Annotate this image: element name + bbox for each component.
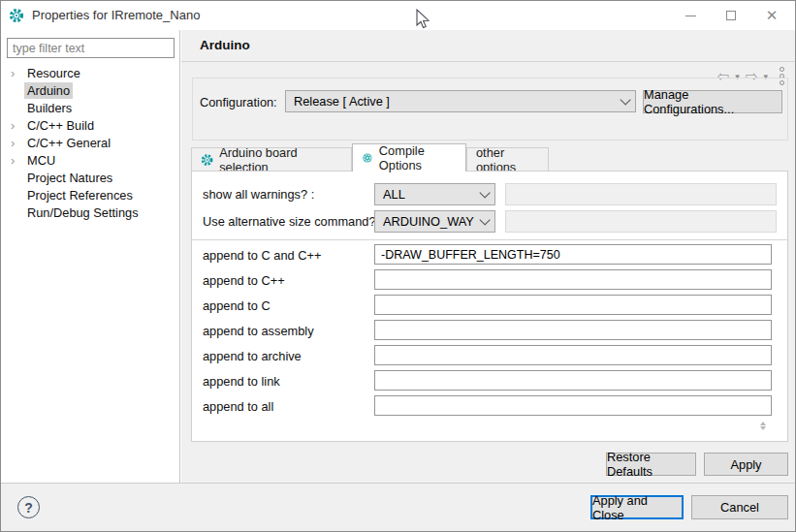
manage-configurations-button[interactable]: Manage Configurations... (643, 90, 782, 113)
chevron-down-icon (479, 214, 490, 225)
alternative-size-command-select[interactable]: ARDUINO_WAY (374, 210, 495, 233)
chevron-down-icon (479, 187, 490, 198)
sidebar-item-run-debug-settings[interactable]: › Run/Debug Settings (2, 204, 180, 222)
window-title: Properties for IRremote_Nano (32, 1, 200, 30)
gear-icon (201, 153, 213, 167)
append-c-and-cpp-field-wrap (374, 244, 772, 265)
maximize-icon (726, 11, 736, 20)
filter-input[interactable] (7, 38, 175, 58)
append-cpp-label: append to C++ (203, 273, 285, 288)
minimize-icon (685, 16, 696, 16)
sidebar-item-builders[interactable]: › Builders (2, 100, 180, 117)
close-icon: ✕ (766, 7, 779, 24)
append-archive-input[interactable] (374, 345, 772, 365)
tab-other-options[interactable]: other options (466, 147, 549, 172)
properties-dialog: Properties for IRremote_Nano ✕ › Resourc… (0, 0, 796, 532)
title-bar: Properties for IRremote_Nano ✕ (1, 1, 796, 30)
append-archive-field-wrap (374, 345, 772, 365)
append-all-input[interactable] (374, 395, 772, 416)
append-link-label: append to link (203, 374, 280, 389)
append-all-label: append to all (203, 399, 273, 414)
chevron-right-icon[interactable]: › (11, 117, 22, 135)
append-assembly-field-wrap (374, 320, 772, 340)
spinner-icon[interactable] (757, 416, 769, 435)
append-archive-label: append to archive (203, 349, 302, 363)
append-cpp-input[interactable] (374, 269, 772, 290)
page-title: Arduino (200, 38, 250, 52)
append-assembly-input[interactable] (374, 320, 772, 340)
append-link-input[interactable] (374, 370, 772, 391)
show-all-warnings-select[interactable]: ALL (374, 183, 495, 205)
configuration-label: Configuration: (200, 95, 277, 110)
chevron-right-icon[interactable]: › (11, 65, 22, 82)
help-button[interactable]: ? (17, 496, 40, 518)
form-separator (192, 239, 787, 240)
gear-icon (362, 151, 373, 165)
sidebar-item-project-references[interactable]: › Project References (2, 187, 180, 204)
append-c-field-wrap (374, 295, 772, 315)
alternative-size-command-extra-field (505, 210, 777, 233)
gear-icon (9, 8, 24, 23)
properties-tree: › Resource › Arduino › Builders › C/C++ … (2, 65, 180, 222)
sidebar-item-resource[interactable]: › Resource (2, 65, 180, 82)
tab-arduino-board-selection[interactable]: Arduino board selection (191, 147, 352, 172)
append-c-label: append to C (203, 298, 271, 313)
append-c-and-cpp-input[interactable] (374, 244, 772, 265)
append-c-and-cpp-label: append to C and C++ (203, 248, 321, 263)
sidebar-item-cpp-build[interactable]: › C/C++ Build (2, 117, 180, 135)
append-assembly-label: append to assembly (203, 324, 314, 338)
append-all-field-wrap (374, 395, 772, 416)
restore-defaults-button[interactable]: Restore Defaults (606, 453, 696, 476)
sidebar-item-project-natures[interactable]: › Project Natures (2, 170, 180, 187)
append-link-field-wrap (374, 370, 772, 391)
sidebar-item-cpp-general[interactable]: › C/C++ General (2, 135, 180, 152)
alternative-size-command-label: Use alternative size command? : (203, 214, 383, 229)
cancel-button[interactable]: Cancel (691, 495, 788, 519)
configuration-select[interactable]: Release [ Active ] (285, 90, 636, 112)
apply-and-close-button[interactable]: Apply and Close (590, 495, 684, 519)
append-c-input[interactable] (374, 295, 772, 315)
show-all-warnings-label: show all warnings? : (203, 187, 314, 202)
sidebar-item-arduino[interactable]: › Arduino (2, 82, 180, 100)
show-all-warnings-extra-field (505, 183, 777, 205)
minimize-button[interactable] (674, 2, 707, 29)
sidebar: › Resource › Arduino › Builders › C/C++ … (2, 30, 180, 483)
maximize-button[interactable] (715, 2, 748, 29)
question-mark-icon: ? (24, 500, 33, 516)
chevron-down-icon (620, 94, 630, 105)
apply-button[interactable]: Apply (704, 453, 788, 476)
sidebar-item-mcu[interactable]: › MCU (2, 152, 180, 170)
page-header: Arduino ⇦ ▾ ⇨ ▾ (181, 30, 796, 62)
chevron-right-icon[interactable]: › (11, 135, 22, 152)
close-button[interactable]: ✕ (755, 2, 788, 29)
tab-compile-options[interactable]: Compile Options (352, 143, 466, 172)
chevron-right-icon[interactable]: › (11, 152, 22, 170)
append-cpp-field-wrap (374, 269, 772, 290)
